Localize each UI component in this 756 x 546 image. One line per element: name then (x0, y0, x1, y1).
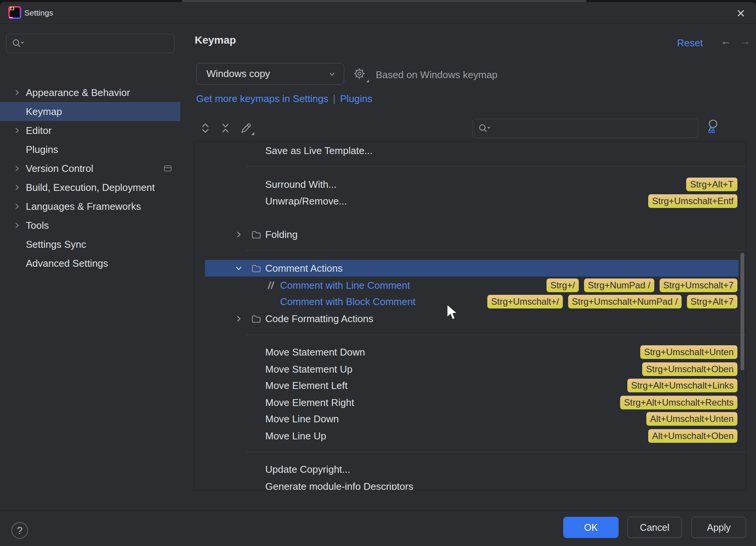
sidebar-item-tools[interactable]: Tools (0, 216, 180, 235)
tree-row-label: Surround With... (265, 176, 337, 193)
tree-row-label: Move Line Down (265, 411, 339, 427)
tree-row-label: Code Formatting Actions (265, 310, 373, 327)
shortcut-badges: Strg+/Strg+NumPad /Strg+Umschalt+7 (547, 279, 737, 292)
chevron-right-icon[interactable] (234, 230, 243, 239)
sidebar-item-plugins[interactable]: Plugins (0, 140, 180, 159)
help-button[interactable]: ? (11, 522, 28, 539)
cancel-button[interactable]: Cancel (627, 517, 682, 538)
settings-dialog: IJ Settings Appearance & BehaviorKeymapE… (0, 2, 756, 546)
tree-group-separator (246, 452, 746, 452)
shortcut-badge: Strg+Alt+Umschalt+Rechts (620, 396, 737, 409)
sidebar-item-editor[interactable]: Editor (0, 121, 180, 140)
tree-row-folding[interactable]: Folding (205, 226, 739, 243)
shortcut-badge: Alt+Umschalt+Oben (648, 429, 737, 443)
keymap-action-tree: Save as Live Template...Surround With...… (194, 141, 746, 490)
tree-group-separator (246, 166, 746, 167)
window-title: Settings (24, 2, 53, 24)
apply-button[interactable]: Apply (691, 517, 746, 538)
chevron-right-icon[interactable] (13, 202, 21, 211)
keymap-options-gear-button[interactable] (353, 67, 368, 82)
sidebar-item-label: Build, Execution, Deployment (26, 178, 155, 197)
tree-row-label: Comment with Line Comment (280, 277, 410, 294)
tree-row-label: Folding (265, 226, 298, 243)
search-icon (12, 38, 25, 49)
sidebar-item-label: Keymap (26, 102, 62, 121)
sidebar-item-keymap[interactable]: Keymap (0, 102, 180, 121)
sidebar-item-advanced-settings[interactable]: Advanced Settings (0, 254, 180, 273)
tree-row-label: Generate module-info Descriptors (265, 478, 413, 490)
tree-row-label: Move Element Left (265, 377, 348, 394)
sidebar-item-settings-sync[interactable]: Settings Sync (0, 235, 180, 254)
settings-sidebar: Appearance & BehaviorKeymapEditorPlugins… (0, 24, 180, 510)
shortcut-badge: Strg+Umschalt+Oben (642, 362, 737, 376)
vertical-scrollbar[interactable] (740, 253, 744, 370)
sidebar-item-label: Version Control (26, 159, 93, 178)
titlebar: IJ Settings (0, 2, 756, 24)
sidebar-item-label: Advanced Settings (26, 254, 108, 273)
tree-row-comment-with-block-comment[interactable]: Comment with Block CommentStrg+Umschalt+… (205, 293, 739, 310)
find-by-shortcut-icon[interactable] (705, 118, 722, 135)
tree-row-comment-actions[interactable]: Comment Actions (205, 260, 739, 277)
tree-row-save-as-live-template[interactable]: Save as Live Template... (205, 142, 739, 159)
tree-row-comment-with-line-comment[interactable]: //Comment with Line CommentStrg+/Strg+Nu… (205, 277, 739, 294)
edit-shortcut-icon[interactable] (239, 121, 253, 135)
chevron-right-icon[interactable] (13, 126, 21, 135)
close-icon[interactable] (734, 6, 748, 20)
tree-row-update-copyright[interactable]: Update Copyright... (205, 461, 739, 478)
tree-row-move-statement-down[interactable]: Move Statement DownStrg+Umschalt+Unten (205, 344, 739, 360)
chevron-right-icon[interactable] (234, 314, 243, 323)
tree-row-unwrap-remove[interactable]: Unwrap/Remove...Strg+Umschalt+Entf (205, 193, 739, 209)
page-title: Keymap (195, 34, 236, 46)
sidebar-item-label: Editor (26, 121, 52, 140)
sidebar-item-build-execution-deployment[interactable]: Build, Execution, Deployment (0, 178, 180, 197)
sidebar-item-languages-frameworks[interactable]: Languages & Frameworks (0, 197, 180, 216)
sidebar-item-appearance-behavior[interactable]: Appearance & Behavior (0, 83, 180, 102)
tree-row-generate-module-info-descriptors[interactable]: Generate module-info Descriptors (205, 478, 739, 490)
action-search-input[interactable] (472, 119, 698, 138)
folder-icon (251, 313, 261, 324)
reset-button[interactable]: Reset (677, 37, 703, 49)
ok-button[interactable]: OK (563, 517, 619, 538)
tree-row-move-line-down[interactable]: Move Line DownAlt+Umschalt+Unten (205, 411, 739, 427)
chevron-right-icon[interactable] (13, 221, 21, 230)
tree-row-move-element-left[interactable]: Move Element LeftStrg+Alt+Umschalt+Links (205, 377, 739, 394)
shortcut-badges: Strg+Umschalt+Oben (642, 362, 737, 376)
based-on-label: Based on Windows keymap (376, 69, 498, 81)
tree-row-move-line-up[interactable]: Move Line UpAlt+Umschalt+Oben (205, 428, 739, 444)
shortcut-badge: Strg+Umschalt+/ (487, 295, 563, 308)
plugins-link[interactable]: Plugins (340, 93, 372, 105)
back-arrow-icon[interactable]: ← (720, 35, 732, 47)
sidebar-search-input[interactable] (6, 34, 175, 53)
search-icon (478, 123, 491, 134)
tree-row-move-element-right[interactable]: Move Element RightStrg+Alt+Umschalt+Rech… (205, 394, 739, 411)
tree-row-label: Move Line Up (265, 428, 326, 444)
forward-arrow-icon[interactable]: → (739, 35, 751, 47)
screen: IJ Settings Appearance & BehaviorKeymapE… (0, 0, 756, 546)
tree-row-surround-with[interactable]: Surround With...Strg+Alt+T (205, 176, 739, 193)
tree-row-label: Save as Live Template... (265, 142, 373, 159)
collapse-all-icon[interactable] (219, 121, 232, 135)
chevron-down-icon[interactable] (234, 264, 243, 273)
tree-row-move-statement-up[interactable]: Move Statement UpStrg+Umschalt+Oben (205, 361, 739, 378)
tree-row-label: Move Statement Down (265, 344, 365, 360)
shortcut-badge: Strg+Alt+T (686, 178, 737, 191)
shortcut-badge: Alt+Umschalt+Unten (646, 412, 737, 426)
keymap-scheme-dropdown[interactable]: Windows copy (196, 63, 344, 85)
get-more-keymaps-link[interactable]: Get more keymaps in Settings (196, 93, 328, 105)
chevron-right-icon[interactable] (13, 164, 21, 173)
line-comment-icon: // (268, 277, 274, 294)
keymap-links-row: Get more keymaps in Settings | Plugins (196, 92, 372, 105)
sidebar-item-version-control[interactable]: Version Control (0, 159, 180, 178)
shortcut-badges: Strg+Umschalt+Entf (648, 194, 737, 208)
chevron-down-icon (328, 70, 336, 78)
shortcut-badges: Alt+Umschalt+Unten (646, 412, 737, 426)
tree-row-code-formatting-actions[interactable]: Code Formatting Actions (205, 310, 739, 327)
sidebar-item-label: Appearance & Behavior (26, 83, 130, 102)
folder-icon (251, 263, 261, 274)
chevron-right-icon[interactable] (13, 88, 21, 97)
chevron-right-icon[interactable] (13, 183, 21, 192)
tree-row-label: Update Copyright... (265, 461, 350, 478)
expand-all-icon[interactable] (198, 121, 212, 135)
tree-group-separator (246, 250, 746, 250)
shortcut-badges: Strg+Umschalt+Unten (640, 345, 737, 359)
